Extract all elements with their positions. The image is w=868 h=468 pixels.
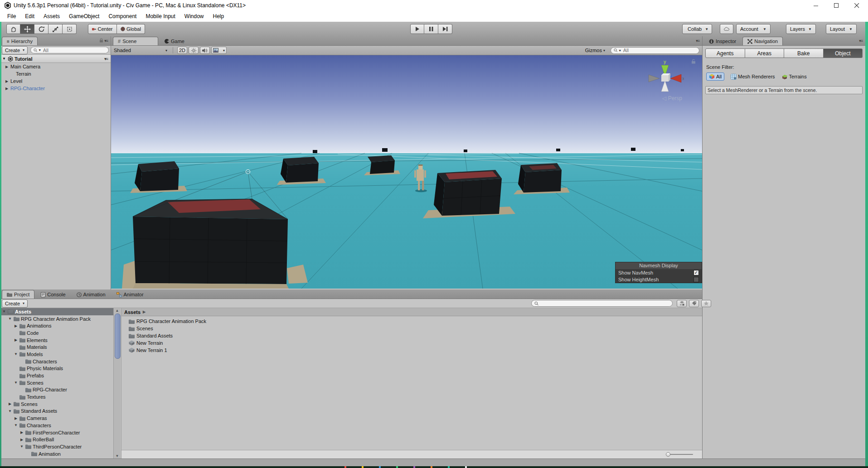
zoom-slider-knob[interactable]: [666, 452, 670, 457]
project-tree-item[interactable]: ▶ Elements: [0, 337, 113, 344]
scene-menu-icon[interactable]: ▾≡: [104, 57, 108, 61]
filter-all-button[interactable]: All: [706, 72, 724, 81]
expander-icon[interactable]: ▶: [19, 438, 24, 442]
scrollbar-thumb[interactable]: [115, 314, 121, 359]
filter-terrains-button[interactable]: Terrains: [781, 74, 807, 80]
project-tree-item[interactable]: Materials: [0, 343, 113, 351]
project-tree-item[interactable]: ▼ Assets: [0, 308, 113, 315]
effects-toggle-button[interactable]: ▾: [211, 47, 227, 54]
project-tree-item[interactable]: Textures: [0, 393, 113, 400]
navmesh-option-row[interactable]: Show HeightMesh: [616, 276, 702, 283]
2d-toggle-button[interactable]: 2D: [177, 47, 187, 54]
tab-hierarchy[interactable]: ≡ Hierarchy: [2, 37, 38, 45]
expander-icon[interactable]: ▶: [5, 87, 9, 91]
collab-button[interactable]: Collab▼: [682, 24, 712, 34]
project-tree-item[interactable]: ▶ Scenes: [0, 400, 113, 408]
tab-game[interactable]: Game: [160, 37, 189, 45]
zoom-slider[interactable]: [666, 452, 694, 457]
asset-list-item[interactable]: New Terrain: [121, 339, 702, 347]
project-tree-item[interactable]: Prefabs: [0, 372, 113, 379]
breadcrumb-label[interactable]: Assets: [124, 309, 141, 315]
project-tree-item[interactable]: ▼ Characters: [0, 422, 113, 429]
scene-panel-menu-icon[interactable]: ▾≡: [696, 39, 699, 43]
hierarchy-search[interactable]: ▾: [30, 47, 109, 53]
hierarchy-item[interactable]: ▶ Level: [0, 77, 111, 85]
tab-animator[interactable]: Animator: [112, 290, 148, 299]
project-tree-item[interactable]: Characters: [0, 358, 113, 365]
expander-icon[interactable]: ▼: [14, 381, 18, 385]
tab-animation[interactable]: Animation: [72, 290, 110, 299]
navmesh-option-row[interactable]: Show NavMesh ✓: [616, 269, 702, 276]
project-tree-scrollbar[interactable]: ▲ ▼: [113, 308, 121, 458]
pivot-global-button[interactable]: Global: [117, 24, 145, 34]
menu-item[interactable]: Window: [180, 11, 209, 21]
step-button[interactable]: [438, 24, 452, 34]
tab-project[interactable]: Project: [2, 290, 34, 299]
lock-icon[interactable]: [99, 38, 103, 43]
rotate-tool-button[interactable]: [34, 24, 48, 34]
project-tree-item[interactable]: ▼ Standard Assets: [0, 408, 113, 415]
asset-list-item[interactable]: Scenes: [121, 325, 702, 332]
expander-icon[interactable]: ▼: [2, 57, 6, 61]
lighting-toggle-button[interactable]: [189, 47, 199, 54]
shading-mode-dropdown[interactable]: Shaded▾: [111, 47, 170, 54]
project-tree-item[interactable]: ▶ RollerBall: [0, 436, 113, 443]
project-tree-item[interactable]: Animation: [0, 450, 113, 458]
scene-viewport[interactable]: y x ◁ Persp Navmesh Display Show NavMesh…: [111, 55, 702, 289]
mode-bake[interactable]: Bake: [784, 48, 824, 58]
account-button[interactable]: Account▼: [736, 24, 771, 34]
hand-tool-button[interactable]: [6, 24, 20, 34]
hierarchy-item[interactable]: ▶ RPG-Character: [0, 85, 111, 92]
nav-panel-menu-icon[interactable]: ▾≡: [859, 39, 863, 43]
expander-icon[interactable]: ▶: [19, 430, 24, 434]
navmesh-display-title[interactable]: Navmesh Display: [616, 262, 702, 269]
project-tree-item[interactable]: Code: [0, 329, 113, 337]
expander-icon[interactable]: ▼: [14, 423, 18, 427]
expander-icon[interactable]: ▼: [14, 352, 18, 356]
menu-item[interactable]: Mobile Input: [141, 11, 179, 21]
project-tree-item[interactable]: ▼ RPG Character Animation Pack: [0, 315, 113, 323]
tab-scene[interactable]: # Scene: [113, 37, 158, 45]
menu-item[interactable]: Help: [209, 11, 229, 21]
expander-icon[interactable]: ▶: [14, 416, 18, 420]
pivot-center-button[interactable]: Center: [88, 24, 117, 34]
expander-icon[interactable]: ▶: [14, 338, 18, 342]
project-tree-item[interactable]: ▼ Models: [0, 351, 113, 358]
filter-meshrenderers-button[interactable]: Mesh Renderers: [731, 74, 775, 80]
mode-agents[interactable]: Agents: [705, 48, 745, 58]
expander-icon[interactable]: ▶: [8, 402, 12, 406]
menu-item[interactable]: Edit: [20, 11, 39, 21]
layout-button[interactable]: Layout▼: [826, 24, 857, 34]
mode-areas[interactable]: Areas: [745, 48, 785, 58]
pause-button[interactable]: [424, 24, 438, 34]
project-tree-item[interactable]: ▶ FirstPersonCharacter: [0, 429, 113, 436]
expander-icon[interactable]: ▶: [5, 65, 9, 69]
hierarchy-create-button[interactable]: Create▾: [2, 46, 28, 54]
play-button[interactable]: [410, 24, 424, 34]
menu-item[interactable]: File: [3, 11, 20, 21]
cloud-button[interactable]: [720, 24, 733, 34]
audio-toggle-button[interactable]: [200, 47, 210, 54]
mode-object[interactable]: Object: [824, 48, 863, 58]
project-create-button[interactable]: Create▾: [2, 299, 28, 308]
persp-label[interactable]: ◁ Persp: [662, 95, 682, 101]
menu-item[interactable]: GameObject: [64, 11, 104, 21]
project-tree-item[interactable]: ▼ Scenes: [0, 379, 113, 386]
expander-icon[interactable]: ▼: [8, 317, 12, 321]
hierarchy-item[interactable]: ▶ Main Camera: [0, 63, 111, 70]
hierarchy-search-input[interactable]: [42, 47, 106, 53]
tab-inspector[interactable]: Inspector: [704, 37, 741, 45]
rect-tool-button[interactable]: [63, 24, 77, 34]
scene-search-input[interactable]: [622, 47, 696, 53]
close-button[interactable]: [847, 0, 867, 11]
scale-tool-button[interactable]: [48, 24, 63, 34]
project-tree-item[interactable]: ▶ Animations: [0, 322, 113, 329]
move-tool-button[interactable]: [20, 24, 34, 34]
maximize-button[interactable]: [826, 0, 847, 11]
project-tree-item[interactable]: RPG-Character: [0, 386, 113, 394]
project-search-input[interactable]: [540, 300, 669, 307]
search-by-label-button[interactable]: [689, 300, 699, 307]
favorites-button[interactable]: [701, 300, 711, 307]
expander-icon[interactable]: ▶: [14, 324, 18, 328]
expander-icon[interactable]: ▼: [19, 444, 24, 449]
